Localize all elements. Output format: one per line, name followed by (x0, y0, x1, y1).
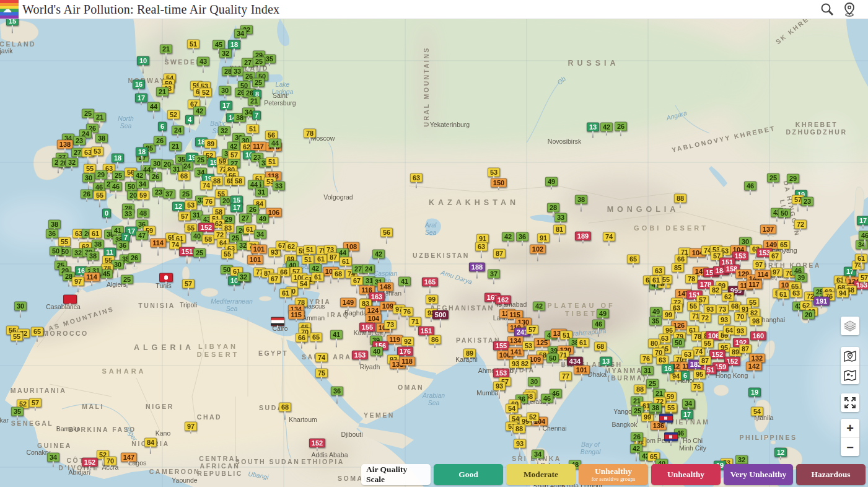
map-globe-view-button[interactable] (841, 366, 859, 384)
aqi-marker[interactable]: 55 (701, 339, 714, 348)
aqi-marker[interactable]: 61 (577, 338, 589, 348)
aqi-marker[interactable]: 94 (836, 289, 849, 298)
aqi-marker[interactable]: 13 (600, 357, 612, 366)
aqi-marker[interactable]: 188 (469, 263, 485, 272)
aqi-marker[interactable]: 55 (11, 332, 23, 341)
map-pin-view-button[interactable] (841, 347, 859, 366)
aqi-marker[interactable]: 4 (185, 115, 194, 125)
aqi-marker[interactable]: 63 (656, 356, 669, 365)
aqi-marker[interactable]: 13 (587, 123, 599, 132)
aqi-marker[interactable]: 18 (112, 154, 124, 163)
aqi-marker[interactable]: 58 (202, 235, 214, 244)
aqi-marker[interactable]: 21 (94, 113, 106, 122)
aqi-marker[interactable]: 500 (432, 310, 449, 320)
aqi-marker[interactable]: 36 (516, 232, 528, 242)
aqi-marker[interactable]: 85 (672, 263, 684, 273)
layers-button[interactable] (841, 317, 859, 335)
aqi-marker[interactable]: 37 (163, 190, 175, 199)
aqi-marker[interactable]: 26 (631, 432, 643, 442)
aqi-marker[interactable]: 73 (716, 305, 729, 314)
aqi-marker[interactable]: 38 (649, 403, 662, 413)
aqi-marker[interactable]: 66 (296, 333, 308, 343)
aqi-marker[interactable]: 54 (297, 279, 310, 289)
aqi-marker[interactable]: 25 (195, 156, 207, 165)
aqi-marker[interactable]: 57 (526, 325, 538, 335)
aqi-marker[interactable]: 28 (547, 203, 559, 213)
aqi-marker[interactable]: 138 (57, 140, 73, 149)
aqi-marker[interactable]: 68 (279, 403, 291, 412)
aqi-marker[interactable]: 92 (401, 337, 414, 346)
aqi-marker[interactable]: 55 (687, 302, 699, 311)
aqi-marker[interactable]: 43 (197, 57, 209, 66)
aqi-marker[interactable]: 25 (180, 190, 192, 199)
aqi-marker[interactable]: 63 (652, 266, 665, 276)
aqi-marker[interactable]: 87 (327, 253, 340, 262)
aqi-marker[interactable]: 82 (709, 286, 722, 295)
aqi-marker[interactable]: 42 (193, 107, 206, 116)
aqi-marker[interactable]: 19 (748, 388, 761, 397)
zoom-out-button[interactable]: − (841, 437, 859, 456)
aqi-marker[interactable]: 31 (641, 366, 654, 375)
aqi-marker[interactable]: 34 (254, 230, 266, 239)
aqi-marker[interactable]: 35 (649, 317, 662, 326)
aqi-marker[interactable]: 36 (331, 387, 343, 396)
aqi-marker[interactable]: 162 (495, 296, 511, 305)
aqi-marker[interactable]: 51 (304, 245, 316, 255)
aqi-marker[interactable]: 165 (422, 278, 438, 287)
aqi-marker[interactable]: 66 (675, 255, 687, 264)
aqi-marker[interactable]: 77 (559, 372, 572, 381)
aqi-marker[interactable]: 51 (302, 255, 314, 265)
aqi-marker[interactable]: 26 (615, 122, 627, 131)
aqi-marker[interactable]: 155 (359, 323, 375, 332)
aqi-marker[interactable]: 57 (858, 273, 868, 283)
aqi-marker[interactable]: 59 (137, 191, 149, 200)
aqi-marker[interactable]: 51 (247, 125, 259, 134)
locate-pin-icon[interactable] (842, 2, 857, 17)
aqi-marker[interactable]: 434 (567, 357, 583, 366)
aqi-marker[interactable]: 32 (219, 49, 232, 58)
aqi-marker[interactable]: 34 (136, 180, 149, 189)
aqi-marker[interactable]: 88 (634, 385, 646, 394)
aqi-marker[interactable]: 46 (859, 231, 868, 240)
aqi-marker[interactable]: 61 (340, 257, 352, 266)
aqi-marker[interactable]: 29 (787, 174, 799, 183)
aqi-marker[interactable]: 38 (48, 220, 61, 229)
aqi-marker[interactable]: 21 (160, 45, 172, 54)
fullscreen-button[interactable] (841, 393, 859, 412)
aqi-marker[interactable]: 45 (213, 40, 225, 50)
aqi-marker[interactable]: 47 (136, 231, 148, 240)
aqi-marker[interactable]: 89 (204, 139, 217, 149)
aqi-marker[interactable]: 16 (133, 80, 145, 89)
aqi-marker[interactable]: 61 (312, 273, 324, 282)
aqi-marker[interactable]: 18 (136, 147, 148, 157)
aqi-marker[interactable]: 91 (537, 234, 550, 243)
aqi-marker[interactable]: 61 (315, 255, 327, 264)
aqi-marker[interactable]: 72 (794, 220, 807, 229)
aqi-marker[interactable]: 87 (493, 249, 506, 258)
aqi-marker[interactable]: 63 (682, 350, 694, 359)
aqi-marker[interactable]: 17 (857, 216, 868, 226)
aqi-marker[interactable]: 81 (553, 225, 566, 234)
aqi-marker[interactable]: 53 (522, 341, 535, 351)
station-flag-marker-tunisia[interactable] (159, 273, 173, 283)
aqi-marker[interactable]: 24 (172, 126, 184, 135)
aqi-marker[interactable]: 41 (330, 330, 343, 340)
aqi-marker[interactable]: 62 (722, 292, 734, 302)
aqi-marker[interactable]: 152 (82, 458, 98, 467)
aqi-marker[interactable]: 78 (304, 129, 316, 138)
aqi-marker[interactable]: 76 (640, 354, 652, 364)
aqi-marker[interactable]: 38 (95, 134, 108, 143)
aqi-marker[interactable]: 55 (58, 237, 71, 247)
aqi-marker[interactable]: 26 (149, 172, 162, 182)
aqi-marker[interactable]: 86 (429, 335, 441, 344)
aqi-marker[interactable]: 118 (399, 357, 415, 366)
aqi-marker[interactable]: 117 (746, 280, 762, 289)
aqi-marker[interactable]: 97 (72, 277, 84, 286)
aqi-marker[interactable]: 76 (401, 307, 413, 317)
aqi-marker[interactable]: 63 (410, 173, 423, 183)
aqi-marker[interactable]: 149 (340, 298, 356, 307)
aqi-marker[interactable]: 70 (104, 457, 116, 466)
aqi-marker[interactable]: 152 (709, 350, 726, 359)
aqi-marker[interactable]: 52 (199, 88, 212, 97)
aqi-marker[interactable]: 76 (691, 382, 703, 392)
